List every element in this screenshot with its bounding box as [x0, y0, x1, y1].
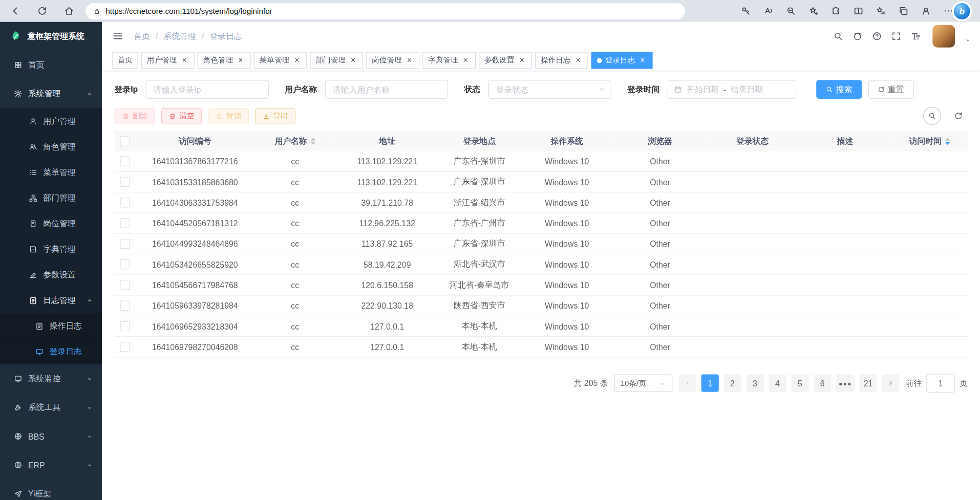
table-row[interactable]: 1641043063331753984cc39.171.210.78浙江省-绍兴… — [114, 192, 967, 213]
more-icon[interactable] — [943, 6, 954, 16]
sidebar-item-log-management[interactable]: 日志管理 — [0, 288, 102, 313]
page-button-5[interactable]: 5 — [791, 375, 808, 392]
tab-role-management[interactable]: 角色管理× — [198, 52, 251, 69]
select-all-checkbox[interactable] — [120, 136, 130, 146]
table-row[interactable]: 1641044993248464896cc113.87.92.165广东省-深圳… — [114, 233, 967, 254]
row-checkbox[interactable] — [120, 177, 130, 187]
sidebar-item-menu-management[interactable]: 菜单管理 — [0, 159, 102, 185]
tab-dept-management[interactable]: 部门管理× — [310, 52, 363, 69]
copilot-icon[interactable]: b — [954, 3, 970, 19]
tab-login-log[interactable]: 登录日志× — [591, 52, 653, 69]
close-icon[interactable]: × — [180, 56, 189, 64]
row-checkbox[interactable] — [120, 342, 130, 352]
home-icon[interactable] — [64, 6, 75, 16]
page-button-21[interactable]: 21 — [859, 375, 877, 392]
toggle-search-button[interactable] — [923, 107, 941, 125]
font-size-icon[interactable] — [911, 31, 921, 41]
row-checkbox[interactable] — [120, 157, 130, 167]
profile-icon[interactable] — [921, 6, 931, 16]
sidebar-item-bbs[interactable]: BBS — [0, 422, 102, 450]
status-select-input[interactable] — [488, 80, 611, 99]
page-button-2[interactable]: 2 — [723, 375, 741, 392]
refresh-icon[interactable] — [37, 6, 48, 16]
sidebar-item-param-settings[interactable]: 参数设置 — [0, 262, 102, 288]
read-aloud-icon[interactable] — [763, 6, 774, 16]
close-icon[interactable]: × — [574, 56, 583, 64]
sidebar-item-dict-management[interactable]: 字典管理 — [0, 236, 102, 262]
tab-post-management[interactable]: 岗位管理× — [366, 52, 419, 69]
extensions-icon[interactable] — [830, 6, 841, 16]
more-pages-button[interactable]: ●●● — [836, 375, 855, 392]
column-header-visit-time[interactable]: 访问时间 — [891, 131, 968, 151]
breadcrumb-item[interactable]: 系统管理 — [163, 30, 196, 41]
avatar[interactable] — [932, 25, 955, 47]
start-date-placeholder[interactable]: 开始日期 — [687, 84, 719, 95]
prev-page-button[interactable] — [679, 375, 696, 392]
table-row[interactable]: 1641069798270046208cc127.0.0.1本地-本机Windo… — [114, 337, 967, 357]
close-icon[interactable]: × — [236, 56, 245, 64]
row-checkbox[interactable] — [120, 301, 130, 311]
sort-desc-icon[interactable] — [310, 142, 315, 145]
sidebar-item-dept-management[interactable]: 部门管理 — [0, 185, 102, 211]
end-date-placeholder[interactable]: 结束日期 — [731, 84, 763, 95]
sidebar-item-user-management[interactable]: 用户管理 — [0, 108, 102, 134]
row-checkbox[interactable] — [120, 239, 130, 249]
avatar-caret-icon[interactable] — [965, 36, 971, 43]
back-icon[interactable] — [10, 6, 21, 16]
column-header-select[interactable] — [114, 131, 136, 151]
breadcrumb-item[interactable]: 首页 — [134, 30, 150, 41]
next-page-button[interactable] — [882, 375, 899, 392]
close-icon[interactable]: × — [461, 56, 470, 64]
sidebar-item-post-management[interactable]: 岗位管理 — [0, 211, 102, 236]
table-row[interactable]: 1641031367863177216cc113.102.129.221广东省-… — [114, 151, 967, 172]
goto-page-input[interactable] — [926, 374, 955, 393]
favorites-icon[interactable] — [876, 6, 886, 16]
sidebar-item-system-monitor[interactable]: 系统监控 — [0, 364, 102, 393]
address-bar[interactable]: https://ccnetcore.com:1101/system/log/lo… — [86, 3, 685, 19]
help-icon[interactable] — [872, 31, 882, 41]
sort-asc-icon[interactable] — [945, 138, 950, 141]
sidebar-item-yi-framework[interactable]: Yi框架 — [0, 480, 102, 500]
tab-operation-log[interactable]: 操作日志× — [535, 52, 588, 69]
split-screen-icon[interactable] — [853, 6, 864, 16]
search-button[interactable]: 搜索 — [816, 80, 862, 99]
login-ip-input[interactable] — [145, 80, 268, 99]
sidebar-item-system-management[interactable]: 系统管理 — [0, 79, 102, 108]
sort-carets[interactable] — [945, 138, 950, 145]
close-icon[interactable]: × — [349, 56, 357, 64]
github-icon[interactable] — [853, 31, 863, 41]
reset-button[interactable]: 重置 — [868, 80, 913, 99]
user-name-input[interactable] — [325, 80, 448, 99]
page-button-4[interactable]: 4 — [769, 375, 786, 392]
unlock-button[interactable]: 解锁 — [208, 108, 248, 124]
tab-home[interactable]: 首页 — [112, 52, 138, 69]
row-checkbox[interactable] — [120, 321, 130, 332]
sort-carets[interactable] — [310, 138, 315, 145]
status-select[interactable] — [488, 80, 611, 99]
refresh-table-button[interactable] — [949, 107, 967, 125]
delete-button[interactable]: 删除 — [114, 108, 155, 124]
table-row[interactable]: 1641053426655825920cc58.19.42.209湖北省-武汉市… — [114, 254, 967, 274]
close-icon[interactable]: × — [638, 56, 647, 64]
page-button-6[interactable]: 6 — [814, 375, 831, 392]
table-row[interactable]: 1641031533185863680cc113.102.129.221广东省-… — [114, 171, 967, 192]
export-button[interactable]: 导出 — [255, 108, 295, 124]
sort-desc-icon[interactable] — [945, 142, 950, 145]
key-icon[interactable] — [741, 6, 752, 16]
fullscreen-icon[interactable] — [891, 31, 902, 41]
table-row[interactable]: 1641069652933218304cc127.0.0.1本地-本机Windo… — [114, 316, 967, 336]
zoom-out-icon[interactable] — [785, 6, 796, 16]
close-icon[interactable]: × — [292, 56, 301, 64]
close-icon[interactable]: × — [518, 56, 526, 64]
table-row[interactable]: 1641044520567181312cc112.96.225.132广东省-广… — [114, 213, 967, 233]
page-button-3[interactable]: 3 — [746, 375, 763, 392]
search-icon[interactable] — [833, 31, 843, 41]
row-checkbox[interactable] — [120, 198, 130, 208]
tab-dict-management[interactable]: 字典管理× — [422, 52, 476, 69]
row-checkbox[interactable] — [120, 219, 130, 229]
clear-button[interactable]: 清空 — [161, 108, 202, 124]
date-range-picker[interactable]: 开始日期 - 结束日期 — [667, 80, 796, 99]
row-checkbox[interactable] — [120, 280, 130, 290]
column-header-user-name[interactable]: 用户名称 — [254, 131, 336, 151]
row-checkbox[interactable] — [120, 259, 130, 270]
